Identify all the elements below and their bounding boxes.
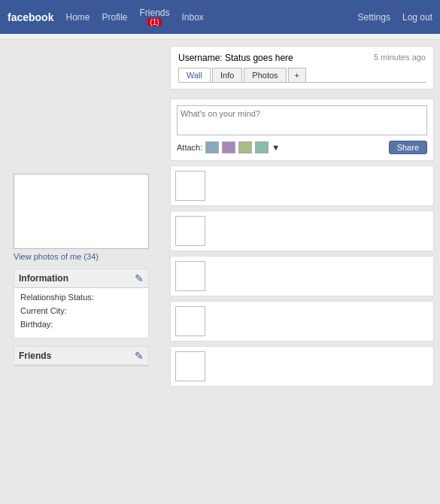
post-content-3 bbox=[211, 261, 429, 291]
friends-edit-icon[interactable]: ✎ bbox=[135, 350, 144, 362]
attach-row: Attach: ▼ bbox=[177, 141, 280, 153]
friends-title: Friends bbox=[19, 351, 51, 361]
info-body: Relationship Status: Current City: Birth… bbox=[14, 288, 148, 338]
tab-wall[interactable]: Wall bbox=[178, 68, 211, 82]
post-thumb-4 bbox=[175, 306, 205, 336]
city-row: Current City: bbox=[20, 306, 142, 315]
nav-left: facebook Home Profile Friends (1) Inbox bbox=[8, 8, 204, 26]
wall-post-box: Attach: ▼ Share bbox=[170, 99, 434, 161]
post-thumb-2 bbox=[175, 216, 205, 246]
info-edit-icon[interactable]: ✎ bbox=[135, 272, 144, 284]
left-column: View photos of me (34) Information ✎ Rel… bbox=[6, 46, 164, 387]
nav-profile[interactable]: Profile bbox=[102, 12, 127, 23]
tabs-bar: Wall Info Photos + bbox=[178, 68, 426, 83]
view-photos-link[interactable]: View photos of me (34) bbox=[14, 252, 164, 261]
post-toolbar: Attach: ▼ Share bbox=[177, 141, 427, 154]
brand-logo: facebook bbox=[8, 11, 53, 23]
nav-friends[interactable]: Friends bbox=[140, 8, 170, 18]
info-section: Information ✎ Relationship Status: Curre… bbox=[14, 269, 149, 339]
friends-badge: (1) bbox=[147, 18, 161, 26]
profile-photo bbox=[14, 174, 149, 249]
nav-settings[interactable]: Settings bbox=[358, 12, 390, 23]
post-content-2 bbox=[211, 216, 429, 246]
attach-video-icon[interactable] bbox=[222, 141, 235, 153]
info-title: Information bbox=[19, 273, 68, 284]
post-textarea[interactable] bbox=[177, 105, 427, 135]
nav-home[interactable]: Home bbox=[65, 12, 90, 23]
post-item-3 bbox=[170, 256, 434, 296]
attach-event-icon[interactable] bbox=[255, 141, 269, 153]
tab-plus[interactable]: + bbox=[288, 68, 306, 82]
username-label: Username: bbox=[178, 53, 223, 63]
navbar: facebook Home Profile Friends (1) Inbox … bbox=[0, 0, 440, 34]
tab-photos[interactable]: Photos bbox=[244, 68, 286, 82]
post-items bbox=[170, 165, 434, 387]
share-button[interactable]: Share bbox=[389, 141, 427, 154]
birthday-label: Birthday: bbox=[20, 320, 53, 329]
main-content: View photos of me (34) Information ✎ Rel… bbox=[0, 40, 440, 393]
attach-link-icon[interactable] bbox=[238, 141, 252, 153]
profile-time: 5 minutes ago bbox=[374, 53, 426, 62]
right-column: Username: Status goes here 5 minutes ago… bbox=[170, 46, 434, 387]
nav-inbox[interactable]: Inbox bbox=[182, 12, 204, 23]
nav-logout[interactable]: Log out bbox=[402, 12, 432, 23]
friends-section: Friends ✎ bbox=[14, 346, 149, 366]
post-content-5 bbox=[211, 351, 429, 381]
post-item-2 bbox=[170, 211, 434, 251]
profile-status: Status goes here bbox=[225, 53, 293, 63]
post-item-1 bbox=[170, 165, 434, 206]
friends-header: Friends ✎ bbox=[14, 347, 148, 366]
birthday-row: Birthday: bbox=[20, 320, 142, 329]
city-label: Current City: bbox=[20, 306, 67, 315]
attach-label: Attach: bbox=[177, 143, 202, 152]
post-item-4 bbox=[170, 301, 434, 342]
post-item-5 bbox=[170, 346, 434, 387]
attach-photo-icon[interactable] bbox=[205, 141, 219, 153]
info-header: Information ✎ bbox=[14, 269, 148, 288]
relationship-label: Relationship Status: bbox=[20, 293, 94, 302]
nav-friends-wrapper[interactable]: Friends (1) bbox=[140, 8, 170, 26]
grey-strip bbox=[0, 34, 440, 40]
post-content-4 bbox=[211, 306, 429, 336]
attach-dropdown[interactable]: ▼ bbox=[272, 143, 280, 152]
profile-name-row: Username: Status goes here 5 minutes ago bbox=[178, 53, 426, 63]
post-content-1 bbox=[211, 171, 429, 201]
nav-right: Settings Log out bbox=[358, 12, 432, 23]
post-thumb-3 bbox=[175, 261, 205, 291]
tab-info[interactable]: Info bbox=[212, 68, 242, 82]
profile-info: Username: Status goes here bbox=[178, 53, 293, 63]
post-thumb-1 bbox=[175, 171, 205, 201]
post-thumb-5 bbox=[175, 351, 205, 381]
relationship-row: Relationship Status: bbox=[20, 293, 142, 302]
profile-header: Username: Status goes here 5 minutes ago… bbox=[170, 46, 434, 90]
